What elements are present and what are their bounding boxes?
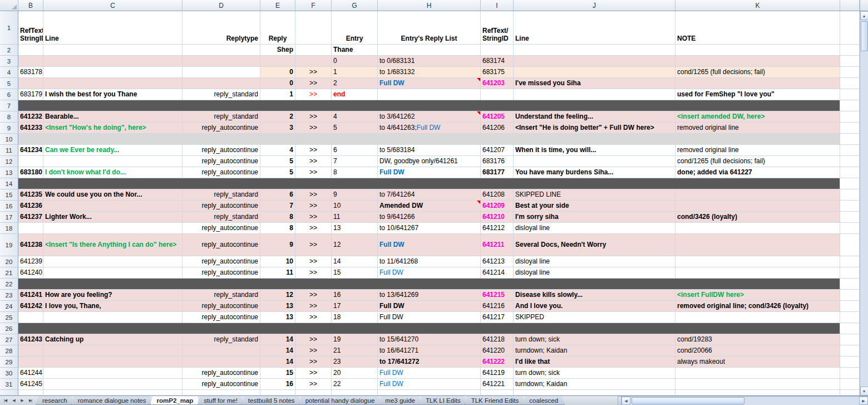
row-header-8[interactable]: 8 (0, 111, 18, 123)
cell-I17[interactable]: 641210 (481, 212, 514, 223)
column-header-I[interactable]: I (481, 0, 514, 11)
cell-C[interactable] (43, 390, 183, 396)
cell-F25[interactable]: >> (295, 312, 332, 323)
cell-J12[interactable] (514, 156, 675, 167)
cell-C28[interactable] (43, 345, 183, 357)
cell-J27[interactable]: turn down; sick (514, 334, 675, 345)
cell-K8[interactable]: <insert amended DW, here> (675, 111, 840, 123)
cell-E23[interactable]: 12 (260, 290, 295, 301)
sheet-tab-me3-guide[interactable]: me3 guide (378, 396, 422, 405)
cell-D23[interactable]: reply_standard (183, 290, 260, 301)
cell-G31[interactable]: 22 (332, 379, 378, 390)
cell-I12[interactable]: 683176 (481, 156, 514, 167)
cell-B28[interactable] (18, 345, 43, 357)
sheet-tab-testbuild-5-notes[interactable]: testbuild 5 notes (241, 396, 302, 405)
cell-G30[interactable]: 20 (332, 368, 378, 379)
cell-C15[interactable]: We could use you on the Nor... (43, 189, 183, 201)
column-header-G[interactable]: G (332, 0, 378, 11)
cell-extra8[interactable] (840, 111, 860, 123)
cell-F3[interactable] (295, 56, 332, 67)
cell-I25[interactable]: 641217 (481, 312, 514, 323)
cell-J3[interactable] (514, 56, 675, 67)
cell-J18[interactable]: disloyal line (514, 223, 675, 234)
cell-H9[interactable]: to 4/641263; Full DW (378, 123, 481, 134)
cell-extra29[interactable] (840, 357, 860, 368)
cell-H17[interactable]: to 9/641266 (378, 212, 481, 223)
cell-G15[interactable]: 9 (332, 189, 378, 201)
cell-F2[interactable] (295, 45, 332, 56)
row-header-25[interactable]: 25 (0, 312, 18, 323)
cell-extra11[interactable] (840, 145, 860, 156)
cell-B29[interactable] (18, 357, 43, 368)
cell-D4[interactable] (183, 67, 260, 78)
cell-G19[interactable]: 12 (332, 234, 378, 256)
cell-J20[interactable]: disloyal line (514, 256, 675, 267)
cell-K23[interactable]: <insert FullDW here> (675, 290, 840, 301)
cell-I1[interactable]: RefText/ StringID (481, 11, 514, 45)
cell-extra5[interactable] (840, 78, 860, 89)
cell-D17[interactable]: reply_standard (183, 212, 260, 223)
row-header-7[interactable]: 7 (0, 100, 18, 111)
cell-I28[interactable]: 641220 (481, 345, 514, 357)
cell-I20[interactable]: 641213 (481, 256, 514, 267)
cell-D20[interactable]: reply_autocontinue (183, 256, 260, 267)
cell-extra9[interactable] (840, 123, 860, 134)
cell-K25[interactable] (675, 312, 840, 323)
cell-C30[interactable] (43, 368, 183, 379)
cell-G6[interactable]: end (332, 89, 378, 100)
cell-D16[interactable]: reply_autocontinue (183, 201, 260, 212)
sheet-tab-potential-handy-dialogue[interactable]: potential handy dialogue (299, 396, 382, 405)
cell-K19[interactable] (675, 234, 840, 256)
first-sheet-button[interactable]: |◀ (2, 397, 9, 404)
cell-F20[interactable]: >> (295, 256, 332, 267)
cell-extra-22[interactable] (840, 279, 860, 290)
cell-F18[interactable]: >> (295, 223, 332, 234)
cell-J28[interactable]: turndown; Kaidan (514, 345, 675, 357)
separator-row-26[interactable] (18, 323, 840, 334)
cell-F21[interactable]: >> (295, 267, 332, 279)
column-header-B[interactable]: B (18, 0, 43, 11)
cell-B5[interactable] (18, 78, 43, 89)
cell-J6[interactable] (514, 89, 675, 100)
cell-B19[interactable]: 641238 (18, 234, 43, 256)
cell-extra-14[interactable] (840, 178, 860, 189)
cell-H31[interactable]: Full DW (378, 379, 481, 390)
cell-F19[interactable]: >> (295, 234, 332, 256)
cell-H2[interactable] (378, 45, 481, 56)
cell-B23[interactable]: 641241 (18, 290, 43, 301)
last-sheet-button[interactable]: ▶| (27, 397, 34, 404)
row-header-10[interactable]: 10 (0, 134, 18, 145)
cell-I15[interactable]: 641208 (481, 189, 514, 201)
vertical-scrollbar[interactable]: ▲ ▼ (860, 11, 868, 396)
cell-D9[interactable]: reply_autocontinue (183, 123, 260, 134)
cell-I16[interactable]: 641209 (481, 201, 514, 212)
cell-B20[interactable]: 641239 (18, 256, 43, 267)
row-header-14[interactable]: 14 (0, 178, 18, 189)
cell-G13[interactable]: 8 (332, 167, 378, 178)
cell-E9[interactable]: 3 (260, 123, 295, 134)
cell-C16[interactable] (43, 201, 183, 212)
cell-D27[interactable]: reply_standard (183, 334, 260, 345)
cell-E6[interactable]: 1 (260, 89, 295, 100)
cell-extra31[interactable] (840, 379, 860, 390)
sheet-tab-romp2-map[interactable]: romP2_map (150, 396, 200, 405)
cell-D5[interactable] (183, 78, 260, 89)
cell-E25[interactable]: 13 (260, 312, 295, 323)
cell-F5[interactable]: >> (295, 78, 332, 89)
cell-C9[interactable]: <Insert "How's he doing", here> (43, 123, 183, 134)
cell-I5[interactable]: 641203 (481, 78, 514, 89)
sheet-tab-tlk-friend-edits[interactable]: TLK Friend Edits (465, 396, 526, 405)
cell-C4[interactable] (43, 67, 183, 78)
cell-D25[interactable]: reply_autocontinue (183, 312, 260, 323)
cell-B21[interactable]: 641240 (18, 267, 43, 279)
cell-extra19[interactable] (840, 234, 860, 256)
column-header-J[interactable]: J (514, 0, 675, 11)
cell-J8[interactable]: Understand the feeling... (514, 111, 675, 123)
cell-D6[interactable]: reply_standard (183, 89, 260, 100)
cell-H1[interactable]: Entry's Reply List (378, 11, 481, 45)
cell-C23[interactable]: How are you feeling? (43, 290, 183, 301)
column-header-H[interactable]: H (378, 0, 481, 11)
cell-E3[interactable] (260, 56, 295, 67)
separator-row-10[interactable] (18, 134, 840, 145)
cell-B8[interactable]: 641232 (18, 111, 43, 123)
